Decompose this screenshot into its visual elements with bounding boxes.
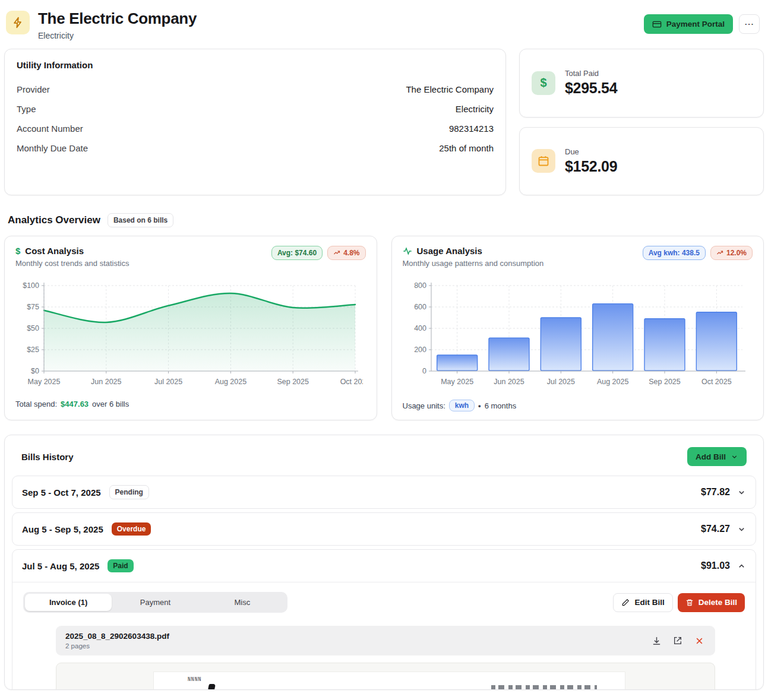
svg-text:May 2025: May 2025 (441, 378, 473, 386)
total-spend-value: $447.63 (61, 400, 89, 408)
bolt-icon (6, 11, 30, 34)
pdf-clipped-text (491, 685, 597, 689)
svg-text:$75: $75 (27, 303, 39, 311)
cost-chart-footer: Total spend: $447.63 over 6 bills (15, 400, 366, 408)
svg-text:Jun 2025: Jun 2025 (494, 378, 524, 386)
pdf-page: NNNN (153, 672, 625, 690)
cost-trend-badge: 4.8% (327, 246, 365, 260)
edit-bill-button[interactable]: Edit Bill (613, 593, 672, 612)
chevron-down-icon (731, 453, 738, 461)
bill-amount: $91.03 (701, 560, 730, 571)
bill-row-toggle[interactable]: Sep 5 - Oct 7, 2025 Pending $77.82 (12, 476, 756, 508)
cost-average-badge: Avg: $74.60 (271, 246, 323, 260)
svg-text:$25: $25 (27, 346, 39, 354)
svg-text:$0: $0 (31, 367, 39, 375)
trend-up-icon (333, 249, 340, 256)
utility-row-provider: Provider The Electric Company (17, 84, 494, 94)
svg-text:Aug 2025: Aug 2025 (215, 378, 247, 386)
utility-row-account-number: Account Number 982314213 (17, 123, 494, 134)
cost-chart: $0$25$50$75$100May 2025Jun 2025Jul 2025A… (15, 277, 363, 391)
utility-row-due-date: Monthly Due Date 25th of month (17, 143, 494, 153)
pencil-icon (621, 598, 630, 607)
trash-icon (685, 598, 694, 607)
total-paid-label: Total Paid (565, 69, 617, 78)
analytics-overview-title: Analytics Overview (8, 214, 100, 226)
delete-bill-button[interactable]: Delete Bill (678, 593, 745, 612)
svg-text:Jun 2025: Jun 2025 (91, 378, 121, 386)
tab-payment[interactable]: Payment (112, 594, 198, 611)
utility-row-type: Type Electricity (17, 104, 494, 114)
bill-row: Aug 5 - Sep 5, 2025 Overdue $74.27 (12, 512, 756, 546)
cost-analysis-card: $ Cost Analysis Monthly cost trends and … (4, 236, 377, 420)
bill-amount: $74.27 (701, 524, 730, 534)
attachment-pages: 2 pages (65, 642, 169, 650)
bill-row: Sep 5 - Oct 7, 2025 Pending $77.82 (12, 476, 756, 509)
usage-analysis-subtitle: Monthly usage patterns and consumption (403, 259, 544, 268)
svg-text:800: 800 (414, 281, 426, 290)
usage-analysis-title: Usage Analysis (417, 246, 482, 256)
more-options-button[interactable]: ⋯ (739, 14, 760, 34)
trend-up-icon (716, 249, 723, 256)
download-icon[interactable] (650, 634, 663, 647)
calendar-icon (532, 149, 555, 173)
svg-text:$100: $100 (23, 281, 39, 290)
svg-text:Aug 2025: Aug 2025 (596, 378, 628, 386)
svg-text:0: 0 (422, 367, 426, 375)
remove-attachment-icon[interactable] (693, 634, 706, 647)
status-badge: Pending (109, 485, 149, 499)
attachment-filename: 2025_08_8_2902603438.pdf (65, 632, 169, 641)
usage-chart: 0200400600800May 2025Jun 2025Jul 2025Aug… (403, 277, 750, 391)
svg-text:Oct 2025: Oct 2025 (340, 378, 363, 386)
dollar-icon: $ (15, 246, 20, 256)
usage-analysis-card: Usage Analysis Monthly usage patterns an… (391, 236, 764, 420)
cost-analysis-title: Cost Analysis (25, 246, 84, 256)
chevron-down-icon (737, 488, 746, 497)
utility-information-title: Utility Information (17, 60, 494, 70)
attachment-row: 2025_08_8_2902603438.pdf 2 pages (56, 626, 715, 655)
svg-text:Sep 2025: Sep 2025 (277, 378, 309, 386)
page-header: The Electric Company Electricity Payment… (4, 0, 764, 49)
ellipsis-icon: ⋯ (744, 18, 754, 30)
bill-row-toggle[interactable]: Jul 5 - Aug 5, 2025 Paid $91.03 (12, 550, 756, 582)
page-subtitle: Electricity (38, 31, 197, 40)
usage-chart-footer: Usage units: kwh • 6 months (403, 400, 753, 411)
tab-invoice[interactable]: Invoice (1) (25, 594, 112, 611)
pdf-preview: NNNN (56, 663, 715, 690)
svg-text:200: 200 (414, 346, 426, 354)
cost-analysis-subtitle: Monthly cost trends and statistics (15, 259, 129, 268)
svg-text:Sep 2025: Sep 2025 (649, 378, 681, 386)
bill-detail-tabs: Invoice (1) Payment Misc (23, 592, 287, 613)
svg-text:Jul 2025: Jul 2025 (546, 378, 574, 386)
svg-text:600: 600 (414, 303, 426, 311)
status-badge: Paid (108, 559, 133, 572)
page-title: The Electric Company (38, 9, 197, 28)
usage-average-badge: Avg kwh: 438.5 (643, 246, 706, 260)
bills-history-title: Bills History (21, 452, 74, 462)
due-card: Due $152.09 (519, 127, 764, 196)
add-bill-button[interactable]: Add Bill (687, 447, 747, 466)
bills-count-badge: Based on 6 bills (108, 213, 173, 227)
tab-misc[interactable]: Misc (199, 594, 286, 611)
usage-trend-badge: 12.0% (710, 246, 753, 260)
due-label: Due (565, 147, 617, 156)
total-paid-value: $295.54 (565, 80, 617, 97)
pdf-header-text: NNNN (188, 677, 201, 682)
bill-row-toggle[interactable]: Aug 5 - Sep 5, 2025 Overdue $74.27 (12, 513, 756, 545)
bill-amount: $77.82 (701, 487, 730, 498)
chevron-down-icon (737, 525, 746, 534)
svg-text:400: 400 (414, 324, 426, 332)
utility-information-card: Utility Information Provider The Electri… (4, 49, 506, 195)
external-link-icon[interactable] (671, 634, 684, 647)
svg-text:$50: $50 (27, 324, 39, 332)
chevron-up-icon (737, 562, 746, 571)
kwh-unit-badge: kwh (449, 400, 475, 411)
svg-text:May 2025: May 2025 (28, 378, 61, 386)
dollar-icon: $ (532, 71, 555, 95)
payment-portal-button[interactable]: Payment Portal (644, 14, 733, 34)
total-paid-card: $ Total Paid $295.54 (519, 49, 764, 118)
svg-text:Oct 2025: Oct 2025 (701, 378, 731, 386)
activity-icon (403, 246, 412, 256)
credit-card-icon (652, 20, 662, 29)
status-badge: Overdue (112, 522, 151, 536)
svg-text:Jul 2025: Jul 2025 (154, 378, 182, 386)
